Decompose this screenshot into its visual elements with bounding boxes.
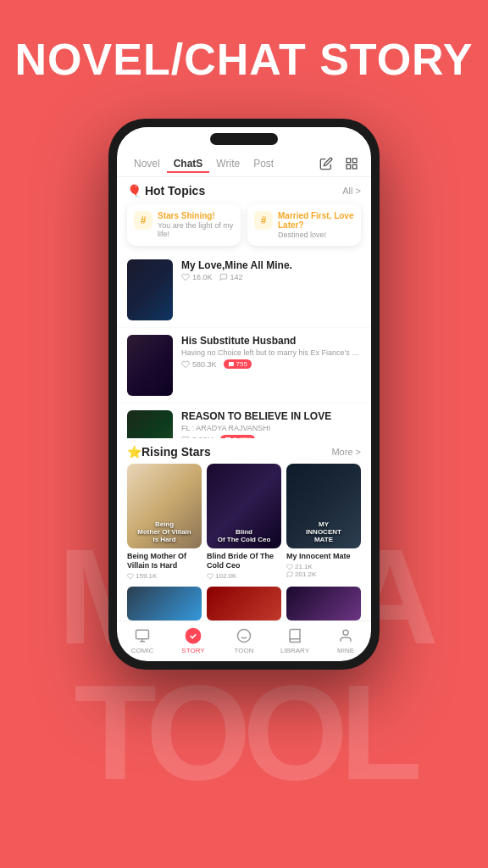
rising-book-label-2: BlindOf The Cold Ceo xyxy=(214,528,274,543)
svg-rect-1 xyxy=(352,159,357,163)
nav-mine[interactable]: MINE xyxy=(320,626,371,654)
thumbnail-1[interactable] xyxy=(127,587,202,620)
hot-topics-title: 🎈 Hot Topics xyxy=(127,184,205,198)
screen-content: 🎈 Hot Topics All > # Stars Shining! You … xyxy=(117,177,371,661)
edit-icon[interactable] xyxy=(317,154,336,173)
story-views-1: 16.0K xyxy=(181,273,213,281)
rising-cover-inner-1: BeingMother Of VillainIs Hard xyxy=(127,464,202,548)
topic-cards: # Stars Shining! You are the light of my… xyxy=(117,201,371,253)
story-title-3: REASON TO BELIEVE IN LOVE xyxy=(181,410,361,422)
cover-img-1 xyxy=(127,259,173,320)
nav-story-label: STORY xyxy=(181,647,204,654)
thumbnail-3[interactable] xyxy=(286,587,361,620)
topic-desc-2: Destined love! xyxy=(278,231,354,239)
library-icon xyxy=(286,626,304,645)
tab-chats[interactable]: ChatS xyxy=(167,154,210,173)
nav-toon-label: TOON xyxy=(235,647,254,654)
mine-icon xyxy=(336,626,355,645)
rising-stat-3a: 21.1K xyxy=(286,563,361,570)
rising-cover-3: MYINNOCENTMATE xyxy=(286,464,361,548)
thumbnail-row xyxy=(117,587,371,620)
nav-mine-label: MINE xyxy=(337,647,354,654)
grid-icon[interactable] xyxy=(342,154,361,173)
rising-cover-2: BlindOf The Cold Ceo xyxy=(207,464,281,548)
topic-name-2: Married First, Love Later? xyxy=(278,211,354,230)
svg-point-8 xyxy=(238,630,251,643)
nav-library-label: LIBRARY xyxy=(280,647,309,654)
rising-stars-title: ⭐Rising Stars xyxy=(127,445,211,459)
navigation-tabs: Novel ChatS Write Post xyxy=(117,151,371,177)
notch-pill xyxy=(210,133,278,145)
bottom-navigation: COMIC STORY xyxy=(117,620,371,661)
svg-rect-3 xyxy=(352,164,357,169)
story-info-3: REASON TO BELIEVE IN LOVE FL : ARADYA RA… xyxy=(181,410,361,438)
cover-img-2 xyxy=(127,335,173,396)
phone-notch xyxy=(117,127,371,151)
story-badge-2: 755 xyxy=(224,359,252,369)
rising-item-3[interactable]: MYINNOCENTMATE My Innocent Mate 21.1K 20… xyxy=(286,464,361,580)
phone-mockup: Novel ChatS Write Post xyxy=(108,119,380,670)
tab-post[interactable]: Post xyxy=(247,154,280,173)
rising-book-label-1: BeingMother Of VillainIs Hard xyxy=(134,520,194,543)
rising-cover-inner-2: BlindOf The Cold Ceo xyxy=(207,464,281,548)
see-all-button[interactable]: All > xyxy=(342,186,361,196)
story-info-2: His Substitute Husband Having no Choice … xyxy=(181,335,361,369)
rising-stat-2: 102.0K xyxy=(207,572,281,580)
rising-stat-1: 159.1K xyxy=(127,572,202,580)
hash-icon-1: # xyxy=(134,211,152,230)
story-cover-2 xyxy=(127,335,173,396)
story-author-3: FL : ARADYA RAJVANSHI xyxy=(181,424,361,432)
rising-item-2[interactable]: BlindOf The Cold Ceo Blind Bride Of The … xyxy=(207,464,281,580)
story-list: My Love,Mine All Mine. 16.0K 142 xyxy=(117,253,371,438)
rising-stars-grid: BeingMother Of VillainIs Hard Being Moth… xyxy=(117,464,371,587)
svg-rect-4 xyxy=(136,630,149,639)
nav-comic[interactable]: COMIC xyxy=(117,626,168,654)
story-title-2: His Substitute Husband xyxy=(181,335,361,347)
story-title-1: My Love,Mine All Mine. xyxy=(181,259,361,271)
story-cover-3 xyxy=(127,410,173,438)
topic-info-2: Married First, Love Later? Destined love… xyxy=(278,211,354,239)
svg-point-7 xyxy=(186,629,201,643)
svg-rect-0 xyxy=(347,159,351,163)
rising-cover-inner-3: MYINNOCENTMATE xyxy=(286,464,361,548)
topic-name-1: Stars Shining! xyxy=(158,211,234,220)
story-info-1: My Love,Mine All Mine. 16.0K 142 xyxy=(181,259,361,281)
story-item-1[interactable]: My Love,Mine All Mine. 16.0K 142 xyxy=(117,253,371,328)
nav-story[interactable]: STORY xyxy=(168,626,219,654)
story-desc-2: Having no Choice left but to marry his E… xyxy=(181,348,361,357)
tab-write[interactable]: Write xyxy=(209,154,247,173)
topic-desc-1: You are the light of my life! xyxy=(158,221,234,238)
thumbnail-2[interactable] xyxy=(207,587,281,620)
rising-title-2: Blind Bride Of The Cold Ceo xyxy=(207,552,281,570)
nav-icons xyxy=(317,154,361,173)
svg-rect-2 xyxy=(347,164,351,169)
rising-stat-3b: 201.2K xyxy=(286,570,361,578)
nav-comic-label: COMIC xyxy=(131,647,154,654)
cover-img-3 xyxy=(127,410,173,438)
story-stats-1: 16.0K 142 xyxy=(181,273,361,281)
rising-title-3: My Innocent Mate xyxy=(286,552,361,561)
hot-topics-header: 🎈 Hot Topics All > xyxy=(117,177,371,201)
rising-stars-more[interactable]: More > xyxy=(331,447,361,457)
story-item-2[interactable]: His Substitute Husband Having no Choice … xyxy=(117,328,371,403)
topic-info-1: Stars Shining! You are the light of my l… xyxy=(158,211,234,238)
comic-icon xyxy=(133,626,152,645)
topic-card-1[interactable]: # Stars Shining! You are the light of my… xyxy=(127,204,241,246)
topic-card-2[interactable]: # Married First, Love Later? Destined lo… xyxy=(247,204,361,246)
rising-item-1[interactable]: BeingMother Of VillainIs Hard Being Moth… xyxy=(127,464,202,580)
nav-toon[interactable]: TOON xyxy=(219,626,269,654)
tab-novel[interactable]: Novel xyxy=(127,154,167,173)
story-item-3[interactable]: REASON TO BELIEVE IN LOVE FL : ARADYA RA… xyxy=(117,403,371,438)
rising-cover-1: BeingMother Of VillainIs Hard xyxy=(127,464,202,548)
toon-icon xyxy=(235,626,253,645)
rising-book-label-3: MYINNOCENTMATE xyxy=(302,520,345,543)
rising-title-1: Being Mother Of Villain Is Hard xyxy=(127,552,202,570)
story-icon xyxy=(184,626,202,645)
story-stats-2: 580.3K 755 xyxy=(181,359,361,369)
svg-point-11 xyxy=(343,630,348,635)
nav-library[interactable]: LIBRARY xyxy=(269,626,320,654)
story-cover-1 xyxy=(127,259,173,320)
story-comments-1: 142 xyxy=(219,273,243,281)
page-title: NOVEL/CHAT STORY xyxy=(0,34,488,85)
hash-icon-2: # xyxy=(254,211,273,230)
